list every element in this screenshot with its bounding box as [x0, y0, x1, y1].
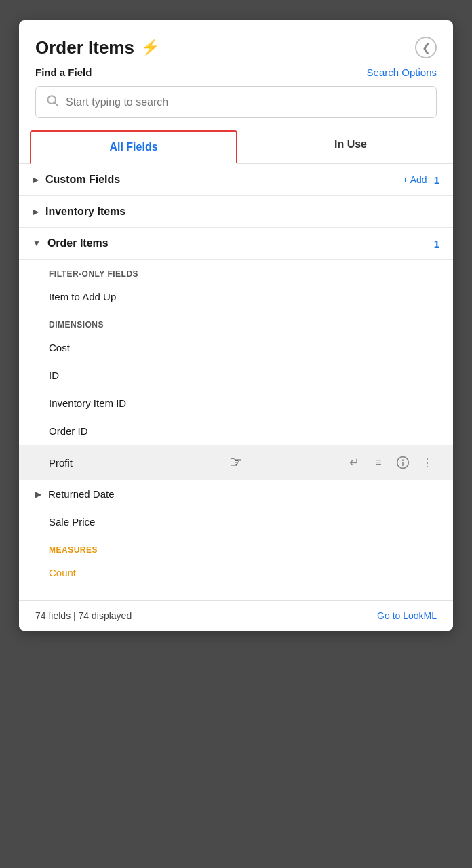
field-name: Count	[49, 567, 437, 578]
filter-icon[interactable]: ≡	[369, 453, 388, 472]
field-actions: ↵ ≡ ⋮	[345, 453, 437, 472]
search-options-link[interactable]: Search Options	[367, 66, 437, 78]
back-chevron-icon: ❮	[422, 41, 431, 54]
dimensions-header: DIMENSIONS	[19, 311, 453, 334]
field-name: Item to Add Up	[49, 291, 437, 302]
tab-all-fields[interactable]: All Fields	[30, 130, 237, 164]
field-item-cost[interactable]: Cost	[19, 334, 453, 361]
field-item-sale-price[interactable]: Sale Price	[19, 508, 453, 536]
goto-lookml-link[interactable]: Go to LookML	[377, 610, 437, 621]
panel-footer: 74 fields | 74 displayed Go to LookML	[19, 600, 453, 631]
more-menu-icon[interactable]: ⋮	[418, 453, 437, 472]
find-field-row: Find a Field Search Options	[19, 66, 453, 83]
field-item-inventory-item-id[interactable]: Inventory Item ID	[19, 389, 453, 417]
search-icon	[45, 94, 59, 111]
field-name: ID	[49, 370, 437, 381]
search-input-wrap	[35, 86, 437, 118]
field-item-profit[interactable]: Profit ↵ ≡ ⋮ ☞	[19, 445, 453, 480]
search-input[interactable]	[66, 96, 427, 108]
field-name: Inventory Item ID	[49, 397, 437, 409]
tab-in-use[interactable]: In Use	[248, 129, 453, 163]
order-items-count: 1	[434, 238, 439, 250]
field-name: Sale Price	[49, 516, 437, 528]
info-icon[interactable]	[393, 453, 412, 472]
measures-header: MEASURES	[19, 536, 453, 559]
find-field-label: Find a Field	[35, 66, 92, 78]
filter-only-fields-header: FILTER-ONLY FIELDS	[19, 260, 453, 283]
field-name: Profit	[49, 457, 345, 469]
field-item-item-to-add-up[interactable]: Item to Add Up	[19, 283, 453, 311]
field-item-order-id[interactable]: Order ID	[19, 417, 453, 445]
pivot-icon[interactable]: ↵	[345, 453, 363, 472]
field-item-id[interactable]: ID	[19, 361, 453, 389]
order-items-panel: Order Items ⚡ ❮ Find a Field Search Opti…	[19, 20, 453, 631]
chevron-right-icon: ▶	[33, 207, 39, 216]
chevron-down-icon: ▼	[33, 239, 41, 248]
panel-header: Order Items ⚡ ❮	[19, 20, 453, 66]
group-row-order-items[interactable]: ▼ Order Items 1	[19, 228, 453, 260]
field-name: Order ID	[49, 425, 437, 437]
chevron-right-icon: ▶	[35, 490, 41, 499]
lightning-icon: ⚡	[141, 39, 159, 56]
chevron-right-icon: ▶	[33, 175, 39, 184]
custom-fields-count: 1	[434, 174, 439, 186]
group-row-inventory-items[interactable]: ▶ Inventory Items	[19, 196, 453, 228]
field-name: Cost	[49, 342, 437, 353]
fields-count: 74 fields | 74 displayed	[35, 610, 132, 621]
group-name-order-items: Order Items	[47, 237, 434, 250]
field-item-count[interactable]: Count	[19, 559, 453, 587]
panel-title: Order Items	[35, 37, 134, 58]
field-name: Returned Date	[48, 488, 115, 500]
back-button[interactable]: ❮	[415, 37, 437, 58]
header-left: Order Items ⚡	[35, 37, 159, 58]
group-name-custom-fields: Custom Fields	[45, 174, 402, 186]
field-item-returned-date[interactable]: ▶ Returned Date	[19, 480, 453, 508]
tabs-container: All Fields In Use	[19, 129, 453, 164]
group-name-inventory-items: Inventory Items	[45, 205, 439, 218]
group-row-custom-fields[interactable]: ▶ Custom Fields + Add 1	[19, 164, 453, 196]
add-custom-field-button[interactable]: + Add	[402, 174, 427, 185]
field-list: ▶ Custom Fields + Add 1 ▶ Inventory Item…	[19, 164, 453, 600]
svg-line-1	[55, 103, 58, 106]
